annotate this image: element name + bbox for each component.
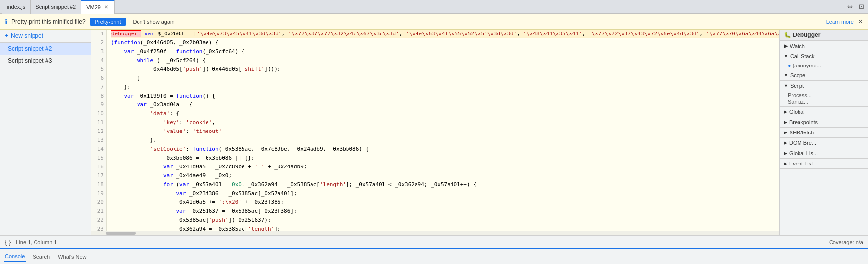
- sidebar-item-snippet3[interactable]: Script snippet #3: [0, 55, 91, 66]
- tab-vm29-label: VM29: [86, 4, 101, 10]
- tab-snippet2[interactable]: Script snippet #2: [31, 0, 81, 14]
- call-stack-content: ● (anonyme...: [780, 61, 868, 70]
- global-listeners-label: Global Lis...: [789, 150, 818, 156]
- breakpoints-section: ▶ Breakpoints: [780, 117, 868, 128]
- call-stack-item: ● (anonyme...: [788, 62, 860, 69]
- cursor-position: Line 1, Column 1: [16, 239, 57, 245]
- main-layout: + New snippet Script snippet #2 Script s…: [0, 30, 868, 235]
- script-content: Process... Sanitiz...: [780, 91, 868, 106]
- breakpoints-header[interactable]: ▶ Breakpoints: [780, 117, 868, 127]
- arrow-right-icon: ▶: [784, 43, 788, 49]
- script-section: ▼ Script Process... Sanitiz...: [780, 81, 868, 107]
- dom-label: DOM Bre...: [789, 140, 816, 146]
- sidebar-item-snippet3-label: Script snippet #3: [8, 57, 52, 64]
- event-listeners-label: Event List...: [789, 161, 817, 166]
- script-item-2: Sanitiz...: [788, 99, 860, 105]
- pretty-print-text: Pretty-print this minified file?: [11, 18, 86, 25]
- call-stack-dot: ●: [788, 63, 793, 68]
- call-stack-label: Call Stack: [790, 53, 815, 59]
- tab-expand-icon[interactable]: ⇔: [845, 2, 855, 11]
- script-label: Script: [790, 83, 804, 89]
- event-listeners-section: ▶ Event List...: [780, 159, 868, 169]
- info-icon: ℹ: [5, 18, 7, 26]
- scope-label: Scope: [790, 72, 805, 78]
- scope-header[interactable]: ▼ Scope: [780, 70, 868, 80]
- xhr-arrow: ▶: [784, 130, 787, 135]
- scope-section: ▼ Scope: [780, 70, 868, 81]
- coverage-label: Coverage: n/a: [829, 239, 863, 245]
- sidebar-item-snippet2[interactable]: Script snippet #2: [0, 43, 91, 55]
- xhr-label: XHR/fetch: [789, 130, 814, 135]
- new-snippet-label: New snippet: [11, 33, 43, 39]
- learn-more-link[interactable]: Learn more: [826, 19, 854, 25]
- code-horizontal-scrollbar[interactable]: [91, 231, 779, 235]
- global-section: ▶ Global: [780, 107, 868, 117]
- code-lines[interactable]: debugger; var $_0x2b03 = ['\x4a\x73\x45\…: [107, 30, 779, 231]
- breakpoints-arrow: ▶: [784, 120, 787, 125]
- dom-section: ▶ DOM Bre...: [780, 138, 868, 148]
- tab-grid-icon[interactable]: ⊡: [857, 2, 866, 11]
- tab-snippet2-label: Script snippet #2: [35, 4, 76, 10]
- sidebar: + New snippet Script snippet #2 Script s…: [0, 30, 91, 235]
- search-tab[interactable]: Search: [32, 252, 51, 262]
- event-listeners-header[interactable]: ▶ Event List...: [780, 159, 868, 168]
- dom-arrow: ▶: [784, 140, 787, 145]
- global-label: Global: [789, 109, 805, 115]
- new-snippet-icon: +: [5, 33, 8, 39]
- call-stack-item-label: (anonyme...: [793, 63, 821, 68]
- tab-bar: index.js Script snippet #2 VM29 ✕ ⇔ ⊡: [0, 0, 868, 14]
- debugger-title: 🐛 Debugger: [780, 30, 868, 41]
- global-listeners-arrow: ▶: [784, 151, 787, 156]
- pretty-print-button[interactable]: Pretty-print: [90, 18, 126, 26]
- script-item-1: Process...: [788, 92, 860, 99]
- script-header[interactable]: ▼ Script: [780, 81, 868, 91]
- console-tab[interactable]: Console: [4, 251, 26, 262]
- code-content[interactable]: 12345 678910 1112131415 1617181920 21222…: [91, 30, 779, 231]
- debug-icon: 🐛: [784, 32, 793, 38]
- dont-show-again-button[interactable]: Don't show again: [130, 18, 177, 26]
- watch-button[interactable]: ▶ Watch: [780, 41, 868, 51]
- dom-header[interactable]: ▶ DOM Bre...: [780, 138, 868, 148]
- call-stack-header[interactable]: ▼ Call Stack: [780, 51, 868, 61]
- code-editor: 12345 678910 1112131415 1617181920 21222…: [91, 30, 779, 235]
- tab-vm29-close[interactable]: ✕: [104, 4, 109, 10]
- global-listeners-header[interactable]: ▶ Global Lis...: [780, 148, 868, 158]
- call-stack-section: ▼ Call Stack ● (anonyme...: [780, 51, 868, 70]
- console-tab-bar: Console Search What's New: [0, 248, 868, 264]
- status-bar: { } Line 1, Column 1 Coverage: n/a: [0, 235, 868, 248]
- tab-vm29[interactable]: VM29 ✕: [81, 0, 115, 14]
- script-arrow: ▼: [784, 83, 788, 88]
- pretty-print-close-button[interactable]: ✕: [858, 18, 863, 25]
- tab-bar-actions: ⇔ ⊡: [845, 2, 868, 11]
- line-numbers: 12345 678910 1112131415 1617181920 21222…: [91, 30, 107, 231]
- right-panel: 🐛 Debugger ▶ Watch ▼ Call Stack ● (anony…: [779, 30, 868, 235]
- tab-index-label: index.js: [7, 4, 25, 10]
- watch-label: Watch: [790, 43, 805, 49]
- global-listeners-section: ▶ Global Lis...: [780, 148, 868, 159]
- xhr-section: ▶ XHR/fetch: [780, 128, 868, 138]
- event-listeners-arrow: ▶: [784, 161, 787, 166]
- whats-new-tab[interactable]: What's New: [57, 252, 87, 262]
- tab-index[interactable]: index.js: [2, 0, 31, 14]
- braces-icon[interactable]: { }: [5, 238, 11, 246]
- debugger-label: Debugger: [793, 32, 820, 38]
- call-stack-arrow: ▼: [784, 54, 788, 59]
- new-snippet-button[interactable]: + New snippet: [0, 30, 91, 43]
- breakpoints-label: Breakpoints: [789, 119, 818, 125]
- scope-arrow: ▼: [784, 73, 788, 78]
- pretty-print-bar: ℹ Pretty-print this minified file? Prett…: [0, 14, 868, 30]
- scrollbar-thumb[interactable]: [106, 232, 136, 235]
- global-header[interactable]: ▶ Global: [780, 107, 868, 117]
- global-arrow: ▶: [784, 109, 787, 114]
- sidebar-item-snippet2-label: Script snippet #2: [8, 45, 52, 52]
- xhr-header[interactable]: ▶ XHR/fetch: [780, 128, 868, 137]
